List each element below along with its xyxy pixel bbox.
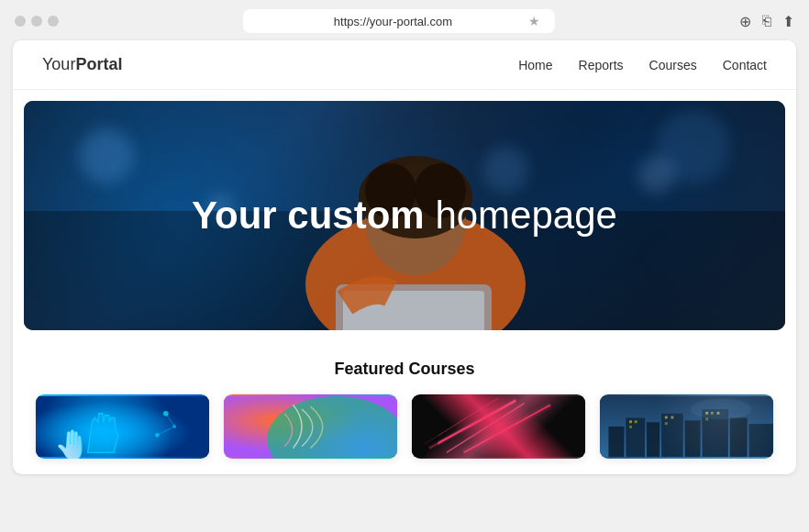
traffic-lights (15, 16, 59, 27)
svg-line-22 (464, 405, 551, 452)
svg-point-11 (155, 433, 160, 438)
url-text: https://your-portal.com (258, 15, 528, 28)
svg-rect-24 (600, 396, 773, 457)
nav-link-contact[interactable]: Contact (723, 58, 767, 72)
website-wrapper: YourPortal Home Reports Courses Contact (13, 40, 796, 474)
featured-section: Featured Courses (13, 341, 796, 474)
featured-title: Featured Courses (35, 360, 774, 379)
share-icon[interactable]: ⬆ (782, 13, 794, 30)
traffic-light-maximize[interactable] (48, 16, 59, 27)
course-card-4[interactable] (599, 393, 774, 460)
svg-point-10 (172, 425, 176, 428)
svg-line-12 (166, 414, 174, 427)
course-thumb-4 (600, 394, 773, 459)
svg-rect-40 (711, 412, 714, 415)
course-card-1[interactable] (35, 393, 210, 460)
svg-rect-8 (36, 396, 209, 457)
svg-rect-35 (629, 426, 632, 428)
nav-link-home[interactable]: Home (518, 58, 552, 72)
svg-line-21 (429, 401, 516, 449)
svg-line-17 (429, 401, 516, 449)
site-nav: YourPortal Home Reports Courses Contact (13, 40, 796, 90)
svg-rect-23 (412, 396, 438, 457)
course-card-3[interactable] (411, 393, 586, 460)
svg-rect-39 (705, 412, 708, 415)
thumb-1-svg (36, 394, 209, 459)
reader-icon[interactable]: ⎗ (762, 13, 771, 29)
bookmark-icon[interactable]: ★ (528, 14, 540, 28)
svg-rect-36 (665, 416, 668, 419)
thumb-2-svg (224, 394, 397, 459)
svg-rect-32 (749, 424, 773, 457)
svg-line-18 (447, 403, 525, 452)
svg-point-9 (163, 411, 169, 416)
nav-link-courses[interactable]: Courses (649, 58, 697, 72)
hero-title-thin-text: homepage (435, 194, 617, 237)
logo-prefix: Your (42, 55, 75, 73)
traffic-light-close[interactable] (15, 16, 26, 27)
traffic-light-minimize[interactable] (31, 16, 42, 27)
svg-rect-27 (647, 422, 659, 457)
hero-title-bold: Your custom (192, 194, 425, 237)
course-thumb-3 (412, 394, 585, 459)
address-bar-container: https://your-portal.com ★ (70, 9, 728, 33)
svg-rect-25 (608, 427, 624, 457)
svg-rect-30 (703, 409, 728, 457)
svg-rect-33 (629, 420, 632, 423)
logo-bold: Portal (75, 55, 122, 73)
svg-rect-38 (665, 422, 668, 425)
hero-overlay: Your custom homepage (24, 101, 785, 330)
address-bar[interactable]: https://your-portal.com ★ (243, 9, 555, 33)
browser-actions: ⊕ ⎗ ⬆ (739, 13, 794, 30)
thumb-4-svg (600, 394, 773, 459)
svg-rect-29 (685, 420, 701, 457)
hero-title: Your custom homepage (192, 193, 617, 238)
svg-rect-41 (717, 412, 720, 415)
svg-rect-31 (730, 418, 748, 458)
svg-rect-37 (670, 416, 673, 419)
svg-rect-26 (626, 418, 645, 458)
courses-grid (35, 393, 774, 460)
svg-line-19 (464, 405, 551, 452)
download-icon[interactable]: ⊕ (739, 13, 751, 30)
browser-chrome: https://your-portal.com ★ ⊕ ⎗ ⬆ (0, 0, 809, 40)
course-card-2[interactable] (223, 393, 398, 460)
nav-links: Home Reports Courses Contact (518, 58, 767, 72)
svg-rect-42 (705, 418, 708, 421)
svg-rect-34 (635, 420, 637, 423)
site-logo: YourPortal (42, 55, 122, 74)
hero-section: Your custom homepage (24, 101, 785, 330)
thumb-3-svg (412, 394, 585, 459)
svg-line-20 (425, 398, 498, 444)
course-thumb-2 (224, 394, 397, 459)
course-thumb-1 (36, 394, 209, 459)
svg-rect-16 (412, 396, 585, 457)
svg-point-43 (691, 399, 751, 420)
svg-line-13 (157, 427, 174, 435)
nav-link-reports[interactable]: Reports (579, 58, 624, 72)
svg-rect-28 (661, 414, 683, 457)
